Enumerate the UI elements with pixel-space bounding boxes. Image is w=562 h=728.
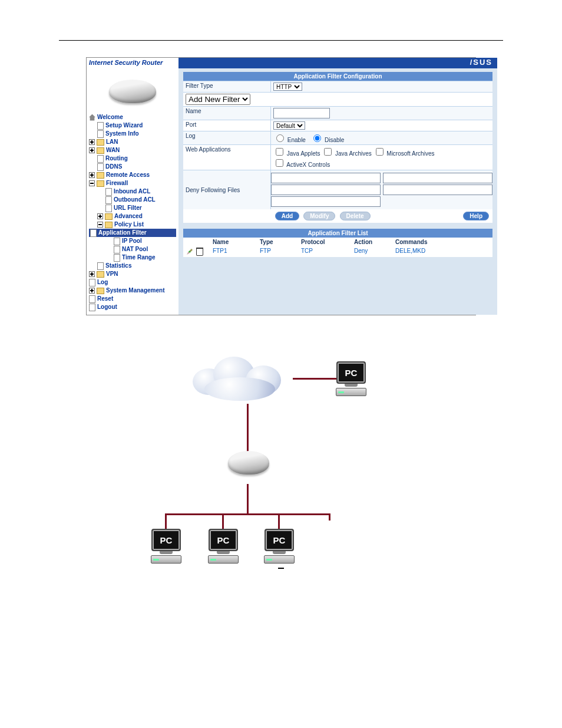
page-icon bbox=[90, 229, 97, 237]
expand-icon[interactable] bbox=[89, 172, 95, 178]
tree-item-policy-list[interactable]: Policy List bbox=[89, 220, 176, 229]
modify-button[interactable]: Modify bbox=[303, 212, 335, 220]
tree-label[interactable]: Reset bbox=[97, 295, 113, 303]
tree-label[interactable]: LAN bbox=[106, 138, 118, 146]
delete-button[interactable]: Delete bbox=[340, 212, 371, 220]
head-name: Name bbox=[213, 239, 260, 245]
tree-label[interactable]: Time Range bbox=[122, 253, 156, 262]
radio-log-disable[interactable] bbox=[313, 134, 321, 142]
expand-icon[interactable] bbox=[89, 139, 95, 145]
tree-item-lan[interactable]: LAN bbox=[89, 138, 176, 146]
wire-bus bbox=[165, 513, 330, 515]
webapp-opt-2: Microsoft Archives bbox=[373, 150, 435, 157]
page-header-rule bbox=[59, 24, 503, 41]
input-deny-4[interactable] bbox=[383, 185, 492, 195]
radio-log-enable[interactable] bbox=[276, 134, 284, 142]
select-port[interactable]: Default bbox=[273, 121, 305, 130]
app-window: Internet Security Router WelcomeSetup Wi… bbox=[86, 57, 476, 315]
tree-label[interactable]: System Info bbox=[105, 130, 139, 138]
expand-icon[interactable] bbox=[89, 288, 95, 294]
tree-item-vpn[interactable]: VPN bbox=[89, 270, 176, 278]
page-icon bbox=[89, 295, 95, 303]
expand-icon[interactable] bbox=[89, 271, 95, 277]
router-icon bbox=[228, 451, 269, 483]
tree-label[interactable]: WAN bbox=[106, 146, 120, 154]
tree-item-ip-pool[interactable]: IP Pool bbox=[89, 237, 176, 245]
tree-label[interactable]: Statistics bbox=[105, 262, 131, 270]
tree-label[interactable]: IP Pool bbox=[122, 237, 142, 245]
edit-icon[interactable] bbox=[187, 249, 193, 255]
tree-item-reset[interactable]: Reset bbox=[89, 295, 176, 303]
collapse-icon[interactable] bbox=[97, 222, 103, 228]
input-deny-3[interactable] bbox=[271, 185, 381, 195]
checkbox-java-archives[interactable] bbox=[324, 148, 332, 156]
cell-protocol: TCP bbox=[301, 248, 354, 256]
wire-pc1 bbox=[165, 513, 167, 530]
tree-label[interactable]: Policy List bbox=[114, 220, 144, 229]
tree-label[interactable]: URL Filter bbox=[114, 204, 142, 212]
tree-item-logout[interactable]: Logout bbox=[89, 303, 176, 311]
nav-tree: WelcomeSetup WizardSystem InfoLANWANRout… bbox=[87, 112, 178, 315]
tree-label[interactable]: Application Filter bbox=[98, 229, 147, 237]
tree-label[interactable]: VPN bbox=[106, 270, 118, 278]
row-name: Name bbox=[183, 106, 492, 120]
tree-item-routing[interactable]: Routing bbox=[89, 154, 176, 163]
wire-stub bbox=[329, 513, 330, 521]
collapse-icon[interactable] bbox=[89, 180, 95, 186]
page-icon bbox=[114, 238, 120, 245]
tree-item-wan[interactable]: WAN bbox=[89, 146, 176, 154]
tree-label[interactable]: System Management bbox=[106, 286, 164, 295]
tree-label[interactable]: Remote Access bbox=[106, 171, 150, 179]
select-add-new-filter[interactable]: Add New Filter bbox=[186, 94, 250, 105]
tree-label[interactable]: Firewall bbox=[106, 179, 128, 187]
select-filter-type[interactable]: HTTP bbox=[273, 83, 302, 91]
tree-item-url-filter[interactable]: URL Filter bbox=[89, 204, 176, 212]
delete-icon[interactable] bbox=[196, 248, 203, 256]
tree-label[interactable]: Inbound ACL bbox=[114, 187, 150, 196]
tree-item-time-range[interactable]: Time Range bbox=[89, 253, 176, 262]
tree-item-welcome[interactable]: Welcome bbox=[89, 113, 176, 121]
tree-item-remote-access[interactable]: Remote Access bbox=[89, 171, 176, 179]
page-icon bbox=[97, 130, 104, 138]
tree-label[interactable]: Outbound ACL bbox=[114, 196, 156, 204]
wire-pc3 bbox=[278, 513, 280, 530]
tree-item-statistics[interactable]: Statistics bbox=[89, 262, 176, 270]
tree-item-system-info[interactable]: System Info bbox=[89, 130, 176, 138]
folder-icon bbox=[97, 139, 104, 146]
checkbox-microsoft-archives[interactable] bbox=[376, 148, 384, 156]
tree-item-outbound-acl[interactable]: Outbound ACL bbox=[89, 196, 176, 204]
tree-label[interactable]: Logout bbox=[97, 303, 117, 311]
tree-label[interactable]: NAT Pool bbox=[122, 245, 148, 253]
folder-icon bbox=[97, 288, 104, 294]
tree-label[interactable]: DDNS bbox=[105, 163, 122, 171]
tree-label[interactable]: Advanced bbox=[114, 212, 143, 220]
tree-item-inbound-acl[interactable]: Inbound ACL bbox=[89, 187, 176, 196]
head-commands: Commands bbox=[395, 239, 489, 245]
tree-item-firewall[interactable]: Firewall bbox=[89, 179, 176, 187]
tree-item-application-filter[interactable]: Application Filter bbox=[89, 229, 176, 237]
config-panel-title: Application Filter Configuration bbox=[183, 72, 492, 81]
expand-icon[interactable] bbox=[97, 213, 103, 219]
expand-icon[interactable] bbox=[89, 147, 95, 153]
tree-item-advanced[interactable]: Advanced bbox=[89, 212, 176, 220]
tree-item-log[interactable]: Log bbox=[89, 278, 176, 286]
tree-label[interactable]: Log bbox=[97, 278, 108, 286]
input-deny-2[interactable] bbox=[383, 173, 492, 183]
help-button[interactable]: Help bbox=[463, 212, 489, 220]
page-icon bbox=[89, 304, 95, 311]
tree-item-nat-pool[interactable]: NAT Pool bbox=[89, 245, 176, 253]
input-name[interactable] bbox=[273, 108, 330, 118]
tree-label[interactable]: Routing bbox=[105, 154, 128, 163]
tree-item-ddns[interactable]: DDNS bbox=[89, 163, 176, 171]
checkbox-activex-controls[interactable] bbox=[276, 159, 283, 167]
input-deny-5[interactable] bbox=[271, 196, 381, 207]
tree-item-setup-wizard[interactable]: Setup Wizard bbox=[89, 121, 176, 130]
add-button[interactable]: Add bbox=[275, 212, 299, 220]
input-deny-1[interactable] bbox=[271, 173, 381, 183]
content-area: /SUS Application Filter Configuration Fi… bbox=[178, 58, 497, 315]
tree-label[interactable]: Welcome bbox=[97, 113, 123, 121]
page-icon bbox=[114, 246, 120, 253]
checkbox-java-applets[interactable] bbox=[276, 148, 283, 156]
tree-item-system-management[interactable]: System Management bbox=[89, 286, 176, 295]
tree-label[interactable]: Setup Wizard bbox=[105, 121, 143, 130]
